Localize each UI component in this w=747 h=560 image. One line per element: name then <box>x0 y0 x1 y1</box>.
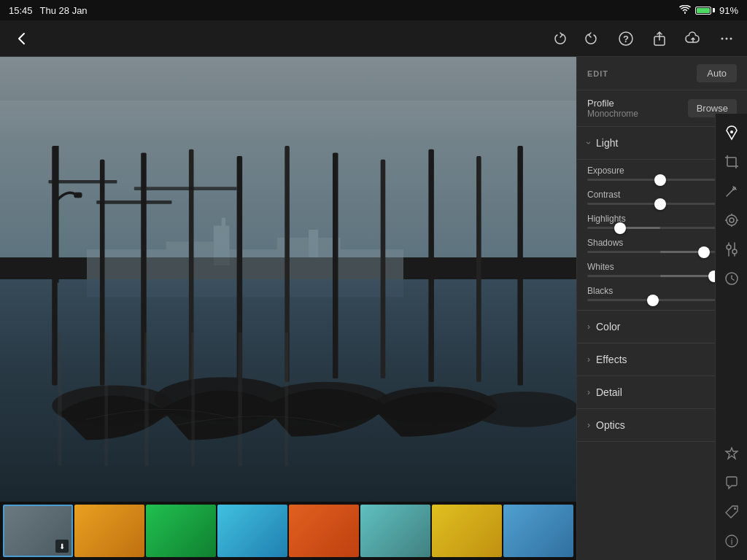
exposure-label: Exposure <box>587 166 624 176</box>
light-title: Light <box>596 137 618 149</box>
info-button[interactable]: i <box>719 528 745 554</box>
edit-mode-button[interactable] <box>719 120 745 146</box>
svg-rect-36 <box>191 332 195 466</box>
heal-mode-button[interactable] <box>719 178 745 204</box>
toolbar-right-icons: ? <box>547 27 738 50</box>
svg-point-45 <box>727 215 737 225</box>
contrast-thumb[interactable] <box>654 198 666 210</box>
reflection-svg <box>0 332 576 466</box>
svg-point-39 <box>730 131 733 133</box>
blacks-thumb[interactable] <box>647 295 659 306</box>
profile-title: Profile <box>587 98 638 109</box>
svg-point-54 <box>734 508 736 510</box>
shadows-thumb[interactable] <box>698 246 710 258</box>
time-display: 15:45 <box>9 5 33 16</box>
svg-rect-32 <box>74 192 82 198</box>
svg-point-52 <box>732 249 737 254</box>
svg-rect-25 <box>134 187 237 190</box>
svg-rect-35 <box>144 332 148 466</box>
light-chevron: › <box>584 141 594 144</box>
svg-rect-33 <box>58 332 61 466</box>
mixer-mode-button[interactable] <box>719 236 745 262</box>
star-button[interactable] <box>719 440 745 467</box>
svg-rect-24 <box>96 201 171 204</box>
presets-mode-button[interactable] <box>719 207 745 233</box>
thumbnail-7[interactable] <box>503 505 573 557</box>
photo-area: ⬇ <box>0 57 576 560</box>
svg-point-4 <box>726 37 728 39</box>
edit-header: EDIT Auto <box>577 57 747 90</box>
svg-rect-34 <box>104 332 108 466</box>
thumbnail-1[interactable] <box>74 505 144 557</box>
filmstrip: ⬇ <box>0 502 576 560</box>
color-title: Color <box>596 321 620 332</box>
thumbnail-0[interactable]: ⬇ <box>3 505 73 557</box>
battery-percent: 91% <box>719 5 738 16</box>
contrast-label: Contrast <box>587 190 620 200</box>
photo-scene <box>0 57 576 502</box>
more-button[interactable] <box>715 27 738 50</box>
svg-point-46 <box>729 218 734 222</box>
crop-mode-button[interactable] <box>719 149 745 175</box>
detail-chevron: › <box>587 387 590 397</box>
color-chevron: › <box>587 322 590 332</box>
status-bar: 15:45 Thu 28 Jan 91% <box>0 0 747 20</box>
tag-button[interactable] <box>719 499 745 525</box>
thumbnail-2[interactable] <box>146 505 216 557</box>
blacks-label: Blacks <box>587 286 613 296</box>
thumbnail-5[interactable] <box>360 505 430 557</box>
optics-title: Optics <box>596 419 625 431</box>
wifi-icon <box>679 4 691 16</box>
share-button[interactable] <box>648 27 671 50</box>
undo-button[interactable] <box>581 27 604 50</box>
svg-text:i: i <box>730 537 732 547</box>
svg-text:?: ? <box>623 34 629 44</box>
shadows-label: Shadows <box>587 238 623 248</box>
battery-icon <box>695 7 715 15</box>
profile-info: Profile Monochrome <box>587 98 638 119</box>
redo-button[interactable] <box>547 27 570 50</box>
svg-rect-31 <box>55 146 59 283</box>
main-area: ⬇ EDIT Auto Profile Monochrome Browse <box>0 57 747 560</box>
svg-point-3 <box>721 37 724 39</box>
detail-title: Detail <box>596 386 622 398</box>
svg-rect-40 <box>727 158 736 166</box>
whites-label: Whites <box>587 262 614 272</box>
help-button[interactable]: ? <box>614 27 638 50</box>
back-button[interactable] <box>9 26 35 52</box>
thumbnail-4[interactable] <box>289 505 359 557</box>
auto-button[interactable]: Auto <box>697 64 737 82</box>
icon-bar: i <box>715 114 747 560</box>
profile-subtitle: Monochrome <box>587 109 638 119</box>
effects-title: Effects <box>596 354 627 365</box>
highlights-thumb[interactable] <box>614 222 626 234</box>
svg-rect-38 <box>285 332 288 466</box>
cloud-button[interactable] <box>681 27 705 50</box>
exposure-thumb[interactable] <box>654 174 666 186</box>
date-display: Thu 28 Jan <box>40 5 88 16</box>
svg-point-51 <box>727 245 731 249</box>
svg-rect-37 <box>238 332 241 466</box>
chat-button[interactable] <box>719 470 745 496</box>
photo-canvas <box>0 57 576 502</box>
top-toolbar: ? <box>0 20 747 57</box>
svg-point-5 <box>730 37 732 39</box>
edit-label: EDIT <box>587 69 608 78</box>
effects-chevron: › <box>587 354 590 365</box>
optics-chevron: › <box>587 420 590 430</box>
light-header-left: › Light <box>587 137 618 149</box>
thumbnail-3[interactable] <box>217 505 287 557</box>
download-icon-0: ⬇ <box>55 540 69 553</box>
history-mode-button[interactable] <box>719 265 745 292</box>
thumbnail-6[interactable] <box>432 505 502 557</box>
